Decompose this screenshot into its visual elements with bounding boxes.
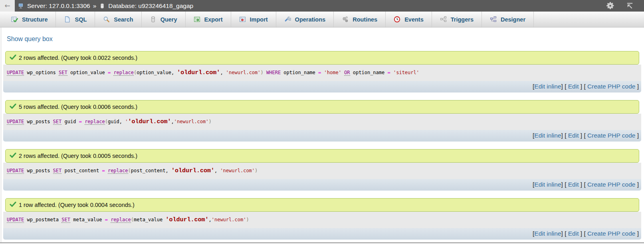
sql-token: SET: [53, 168, 62, 174]
sql-token: replace: [113, 70, 134, 76]
bottom-divider: [0, 242, 644, 243]
sql-query-code: UPDATE wp_posts SET guid = replace(guid,…: [7, 119, 212, 124]
success-check-icon: [10, 202, 16, 208]
tab-bar: Structure SQL Search Query Export Import…: [0, 12, 644, 28]
sql-token: (: [128, 168, 131, 173]
footer-link[interactable]: Edit: [568, 132, 579, 139]
tab-structure[interactable]: Structure: [3, 12, 56, 27]
tab-events[interactable]: Events: [386, 12, 432, 27]
sql-token: wp_posts: [24, 168, 53, 173]
sql-token: replace: [111, 217, 131, 223]
tab-label: Import: [250, 16, 268, 23]
tab-sql[interactable]: SQL: [56, 12, 95, 27]
tab-operations[interactable]: Operations: [276, 12, 334, 27]
footer-bracket: ] [: [561, 83, 568, 90]
footer-bracket: ]: [635, 230, 639, 237]
database-icon: [99, 3, 105, 9]
back-arrow-icon: ←: [4, 2, 10, 9]
tab-query[interactable]: Query: [142, 12, 186, 27]
success-message: 5 rows affected. (Query took 0.0006 seco…: [5, 100, 639, 114]
sql-query: UPDATE wp_posts SET post_content = repla…: [3, 163, 641, 179]
events-icon: [394, 16, 400, 23]
footer-link[interactable]: Create PHP code: [587, 132, 635, 139]
sql-token: 'oldurl.com': [171, 167, 214, 174]
sql-token: SET: [61, 217, 70, 223]
sql-token: wp_posts: [24, 119, 53, 124]
sql-token: guid: [61, 119, 79, 124]
tab-export[interactable]: Export: [186, 12, 231, 27]
routines-icon: [342, 16, 349, 23]
sql-token: 'siteurl': [393, 70, 419, 75]
export-icon: [194, 16, 200, 23]
footer-link[interactable]: Edit inline: [534, 132, 561, 139]
sql-token: 'newurl.com': [226, 70, 261, 75]
scroll-top-icon[interactable]: [626, 2, 634, 11]
footer-link[interactable]: Create PHP code: [587, 181, 635, 188]
footer-link[interactable]: Edit: [568, 181, 579, 188]
show-query-box-link[interactable]: Show query box: [7, 35, 53, 43]
success-message-text: 2 rows affected. (Query took 0.0022 seco…: [19, 55, 137, 61]
settings-gear-icon[interactable]: [606, 2, 614, 12]
tab-designer[interactable]: Designer: [482, 12, 534, 27]
breadcrumb-database[interactable]: Database: u923246418_gagap: [108, 2, 193, 10]
sql-token: UPDATE: [7, 119, 24, 125]
back-button[interactable]: ←: [0, 0, 15, 12]
sql-query: UPDATE wp_options SET option_value = rep…: [3, 65, 641, 81]
sql-token: WHERE: [266, 70, 281, 75]
query-result-block: 2 rows affected. (Query took 0.0005 seco…: [3, 149, 641, 191]
sql-token: 'oldurl.com': [128, 118, 171, 125]
tab-import[interactable]: Import: [231, 12, 276, 27]
tab-label: Export: [204, 16, 223, 23]
result-footer: [Edit inline] [ Edit ] [ Create PHP code…: [3, 81, 641, 92]
designer-icon: [490, 16, 497, 23]
success-check-icon: [10, 153, 16, 159]
sql-token: ): [255, 168, 258, 173]
breadcrumb-server[interactable]: Server: 127.0.0.1:3306: [27, 2, 90, 10]
footer-link[interactable]: Edit: [568, 83, 579, 90]
sql-token: 'newurl.com': [220, 168, 255, 173]
sql-token: =: [105, 217, 108, 222]
footer-link[interactable]: Edit inline: [534, 83, 561, 90]
success-message-text: 5 rows affected. (Query took 0.0006 seco…: [19, 104, 137, 110]
footer-bracket: ]: [635, 132, 639, 139]
tab-label: Search: [114, 16, 133, 23]
sql-icon: [64, 16, 71, 23]
sql-token: post_content,: [131, 168, 171, 173]
sql-token: 'newurl.com': [212, 217, 246, 222]
footer-link[interactable]: Edit inline: [534, 181, 561, 188]
sql-token: option_value,: [137, 70, 177, 75]
query-result-block: 1 row affected. (Query took 0.0004 secon…: [3, 198, 641, 240]
structure-icon: [11, 16, 18, 23]
tab-triggers[interactable]: Triggers: [432, 12, 482, 27]
result-footer: [Edit inline] [ Edit ] [ Create PHP code…: [3, 179, 641, 191]
footer-link[interactable]: Create PHP code: [587, 83, 635, 90]
success-message: 1 row affected. (Query took 0.0004 secon…: [5, 198, 639, 212]
tab-search[interactable]: Search: [95, 12, 141, 27]
sql-token: meta_value: [70, 217, 105, 222]
tab-label: Query: [161, 16, 177, 23]
sql-token: SET: [59, 70, 67, 76]
sql-token: UPDATE: [7, 70, 24, 76]
footer-link[interactable]: Edit: [568, 230, 579, 237]
success-message: 2 rows affected. (Query took 0.0005 seco…: [5, 149, 639, 163]
sql-token: [264, 70, 266, 75]
sql-token: (: [105, 119, 108, 124]
success-message: 2 rows affected. (Query took 0.0022 seco…: [5, 51, 639, 65]
sql-token: =: [387, 70, 390, 75]
tab-label: Structure: [22, 16, 48, 23]
tab-label: Events: [404, 16, 424, 23]
sql-token: OR: [344, 70, 350, 76]
tab-routines[interactable]: Routines: [334, 12, 386, 27]
footer-link[interactable]: Create PHP code: [587, 230, 635, 237]
footer-bracket: ] [: [561, 230, 568, 237]
footer-bracket: ] [: [579, 181, 587, 188]
sql-token: guid,: [108, 119, 125, 124]
sql-token: option_value: [67, 70, 108, 75]
sql-token: ,: [208, 217, 211, 222]
search-icon: [103, 16, 110, 23]
footer-bracket: ] [: [561, 132, 568, 139]
footer-link[interactable]: Edit inline: [534, 230, 561, 237]
query-result-block: 5 rows affected. (Query took 0.0006 seco…: [3, 100, 641, 142]
sql-token: 'oldurl.com': [165, 216, 208, 223]
sql-token: post_content: [61, 168, 102, 173]
